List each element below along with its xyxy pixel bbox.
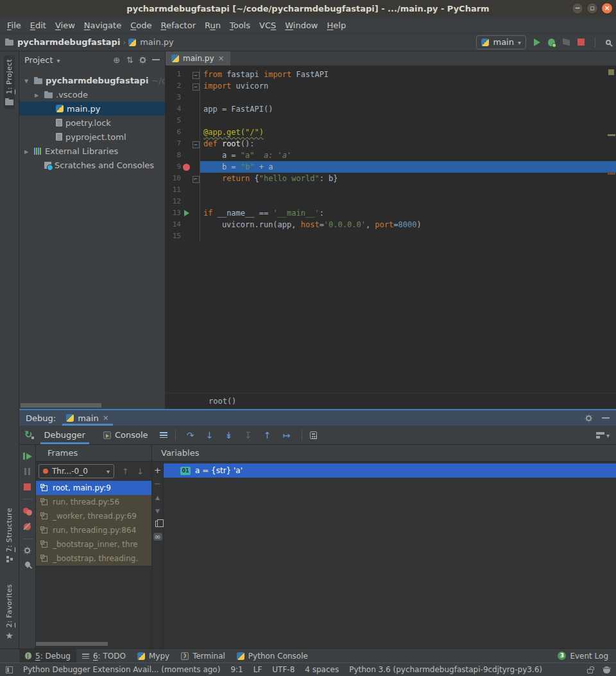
hide-toolwindow-icon[interactable] [602,417,610,419]
error-stripe-breakpoint-mark[interactable] [608,172,615,175]
fold-icon[interactable] [192,173,200,184]
project-panel-title[interactable]: Project [24,55,53,65]
variables-panel[interactable]: 01 a = {str} 'a' [164,462,616,648]
error-stripe-warning-mark[interactable] [608,134,615,136]
code-line-8[interactable]: 8 a = "a" a: 'a' [166,150,616,161]
inspections-profile-icon[interactable] [603,666,610,673]
chevron-right-icon[interactable] [32,91,41,98]
frame-row[interactable]: _bootstrap, threading. [36,551,151,566]
close-session-icon[interactable]: × [103,413,109,422]
force-step-into-icon[interactable]: ↡ [222,430,236,440]
duplicate-watch-icon[interactable] [155,521,160,527]
code-line-11[interactable]: 11 [166,184,616,196]
fold-icon[interactable] [192,69,200,80]
code-line-5[interactable]: 5 [166,115,616,126]
horizontal-scrollbar[interactable] [36,642,108,646]
menu-tools[interactable]: Tools [225,21,255,30]
code-area[interactable]: 1from fastapi import FastAPI2import uvic… [166,66,616,393]
code-line-1[interactable]: 1from fastapi import FastAPI [166,69,616,80]
toolwindow-button-6-todo[interactable]: 6: TODO [76,649,132,663]
evaluate-expression-icon[interactable] [310,431,317,439]
toolwindow-switcher-icon[interactable] [6,666,13,673]
settings-icon[interactable] [24,548,30,553]
tree-item--vscode[interactable]: .vscode [19,87,165,101]
tab-debugger[interactable]: Debugger [38,426,92,444]
frame-row[interactable]: root, main.py:9 [36,481,151,495]
step-into-my-code-icon[interactable]: ↧ [241,430,255,440]
stripe-item-favorites[interactable]: 2: Favorites ★ [4,580,15,643]
menu-vcs[interactable]: VCS [255,21,280,30]
pause-icon[interactable] [24,468,30,475]
breadcrumb-file[interactable]: main.py [140,37,174,47]
breadcrumb-project[interactable]: pycharmdebugfastapi [17,37,120,47]
gear-icon[interactable] [140,57,146,63]
menu-run[interactable]: Run [200,21,225,30]
code-line-6[interactable]: 6@app.get("/") [166,126,616,138]
menu-help[interactable]: Help [323,21,351,30]
add-watch-icon[interactable]: + [154,467,161,474]
maximize-icon[interactable]: ▫ [586,3,598,14]
threads-view-icon[interactable] [160,431,167,438]
previous-frame-icon[interactable]: ↑ [122,467,129,476]
line-separator[interactable]: LF [253,665,262,674]
menu-refactor[interactable]: Refactor [156,21,200,30]
tree-item-scratches-and-consoles[interactable]: Scratches and Consoles [19,158,165,172]
tree-item-pyproject-toml[interactable]: pyproject.toml [19,130,165,144]
breakpoint-icon[interactable] [181,164,192,171]
run-to-cursor-icon[interactable]: ↦ [280,430,294,440]
code-line-15[interactable]: 15 [166,230,616,242]
debug-session-tab[interactable]: main × [61,410,114,426]
tree-item-pycharmdebugfastapi[interactable]: pycharmdebugfastapi ~/cod [19,73,165,87]
breadcrumb-function[interactable]: root() [209,397,236,406]
tab-main-py[interactable]: main.py × [166,51,230,65]
debug-button[interactable] [548,39,555,46]
gear-icon[interactable] [586,415,592,421]
coverage-button[interactable] [563,39,570,46]
minimize-icon[interactable]: − [572,3,583,14]
pin-icon[interactable] [24,560,31,568]
python-interpreter[interactable]: Python 3.6 (pycharmdebugfastapi-9cdjtyrg… [349,665,542,674]
stop-icon[interactable] [24,483,31,490]
search-icon[interactable] [606,40,611,45]
menu-edit[interactable]: Edit [26,21,51,30]
code-line-2[interactable]: 2import uvicorn [166,80,616,92]
toolwindow-button-python-console[interactable]: Python Console [231,649,314,663]
view-breakpoints-icon[interactable] [23,508,32,515]
code-line-4[interactable]: 4app = FastAPI() [166,103,616,115]
code-line-10[interactable]: 10 return {"hello world": b} [166,173,616,184]
locate-icon[interactable]: ⊕ [113,56,120,64]
lock-icon[interactable] [587,669,593,673]
layout-settings-icon[interactable] [596,432,604,438]
stripe-item-project[interactable]: 1: Project [4,55,15,109]
status-message[interactable]: Python Debugger Extension Avail... (mome… [23,665,220,674]
run-line-icon[interactable] [181,210,192,216]
frame-row[interactable]: _worker, thread.py:69 [36,509,151,523]
caret-position[interactable]: 9:1 [230,665,243,674]
frame-row[interactable]: run, threading.py:864 [36,523,151,537]
stop-button[interactable] [578,39,585,46]
step-into-icon[interactable]: ↓ [203,430,217,440]
chevron-down-icon[interactable] [56,55,60,65]
stripe-item-structure[interactable]: 7: Structure [4,504,15,566]
mute-breakpoints-icon[interactable] [24,523,31,530]
thread-select[interactable]: Thr...-0_0 [38,464,114,478]
chevron-right-icon[interactable] [22,148,31,155]
frame-row[interactable]: run, thread.py:56 [36,495,151,509]
run-config-select[interactable]: main [476,35,526,49]
close-icon[interactable]: × [601,3,613,14]
menu-code[interactable]: Code [126,21,156,30]
move-down-icon[interactable]: ▼ [155,507,160,515]
menu-file[interactable]: File [3,21,26,30]
toolwindow-button-mypy[interactable]: Mypy [132,649,175,663]
close-tab-icon[interactable]: × [218,54,225,63]
variable-row[interactable]: 01 a = {str} 'a' [164,464,616,478]
indent-style[interactable]: 4 spaces [305,665,339,674]
code-line-3[interactable]: 3 [166,92,616,103]
toolwindow-button-5-debug[interactable]: 5: Debug [19,649,76,663]
collapse-all-icon[interactable]: ⇅ [126,56,133,64]
file-encoding[interactable]: UTF-8 [272,665,295,674]
next-frame-icon[interactable]: ↓ [137,467,144,476]
code-line-9[interactable]: 9 b = "b" + a [166,161,616,173]
move-up-icon[interactable]: ▲ [155,494,160,501]
frame-row[interactable]: _bootstrap_inner, thre [36,537,151,551]
